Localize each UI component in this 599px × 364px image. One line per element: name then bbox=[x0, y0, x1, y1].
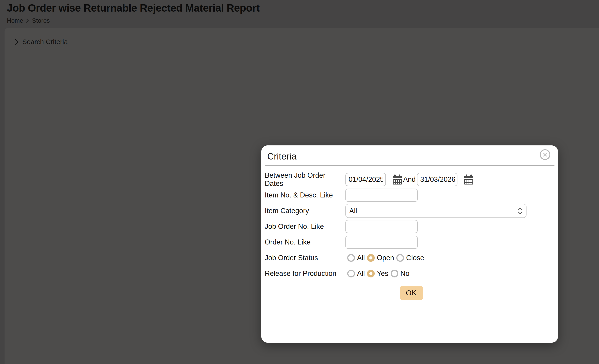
job-order-status-radio-open[interactable] bbox=[367, 254, 375, 262]
release-option-all[interactable]: All bbox=[357, 269, 365, 278]
release-radio-yes[interactable] bbox=[367, 270, 375, 277]
page-header: Job Order wise Returnable Rejected Mater… bbox=[0, 0, 599, 28]
item-desc-row: Item No. & Desc. Like bbox=[265, 188, 558, 203]
release-for-production-row: Release for Production All Yes No bbox=[265, 266, 558, 281]
release-option-yes[interactable]: Yes bbox=[377, 269, 388, 278]
order-no-input[interactable] bbox=[345, 236, 418, 249]
date-range-label: Between Job Order Dates bbox=[265, 171, 345, 188]
item-category-select[interactable]: All bbox=[345, 204, 527, 218]
ok-button[interactable]: OK bbox=[400, 286, 423, 300]
release-option-no[interactable]: No bbox=[400, 269, 409, 278]
item-category-label: Item Category bbox=[265, 207, 345, 215]
job-order-status-radio-close[interactable] bbox=[396, 254, 404, 262]
item-desc-label: Item No. & Desc. Like bbox=[265, 191, 345, 199]
job-order-no-label: Job Order No. Like bbox=[265, 222, 345, 231]
criteria-form: Between Job Order Dates bbox=[261, 166, 558, 300]
breadcrumb-home[interactable]: Home bbox=[7, 17, 23, 24]
ok-row: OK bbox=[265, 286, 558, 300]
order-no-row: Order No. Like bbox=[265, 235, 558, 250]
release-for-production-label: Release for Production bbox=[265, 269, 345, 278]
job-order-status-option-all[interactable]: All bbox=[357, 254, 365, 262]
job-order-no-input[interactable] bbox=[345, 220, 418, 233]
date-from-input[interactable] bbox=[345, 173, 386, 186]
job-order-status-row: Job Order Status All Open Close bbox=[265, 250, 558, 265]
criteria-modal: Criteria Between Job Order Dates bbox=[261, 145, 558, 343]
date-range-row: Between Job Order Dates bbox=[265, 172, 558, 187]
order-no-label: Order No. Like bbox=[265, 238, 345, 246]
modal-header: Criteria bbox=[261, 145, 558, 161]
item-desc-input[interactable] bbox=[345, 189, 418, 202]
item-category-row: Item Category All bbox=[265, 203, 558, 218]
job-order-status-radio-all[interactable] bbox=[347, 254, 355, 262]
search-criteria-toggle[interactable]: Search Criteria bbox=[5, 28, 100, 46]
close-icon[interactable] bbox=[540, 149, 550, 160]
job-order-no-row: Job Order No. Like bbox=[265, 219, 558, 234]
date-to-input[interactable] bbox=[417, 173, 458, 186]
release-radio-no[interactable] bbox=[391, 270, 398, 277]
job-order-status-option-open[interactable]: Open bbox=[377, 254, 394, 262]
chevron-right-icon bbox=[26, 19, 29, 23]
page-title: Job Order wise Returnable Rejected Mater… bbox=[7, 2, 599, 14]
search-criteria-label: Search Criteria bbox=[22, 38, 68, 46]
release-radio-all[interactable] bbox=[347, 270, 355, 277]
and-label: And bbox=[403, 175, 416, 184]
modal-title: Criteria bbox=[267, 151, 551, 161]
job-order-status-label: Job Order Status bbox=[265, 254, 345, 262]
breadcrumb-stores[interactable]: Stores bbox=[32, 17, 50, 24]
job-order-status-option-close[interactable]: Close bbox=[406, 254, 424, 262]
chevron-right-icon bbox=[15, 39, 19, 45]
calendar-icon[interactable] bbox=[393, 175, 402, 185]
calendar-icon[interactable] bbox=[464, 175, 473, 185]
breadcrumb: Home Stores bbox=[7, 17, 599, 24]
